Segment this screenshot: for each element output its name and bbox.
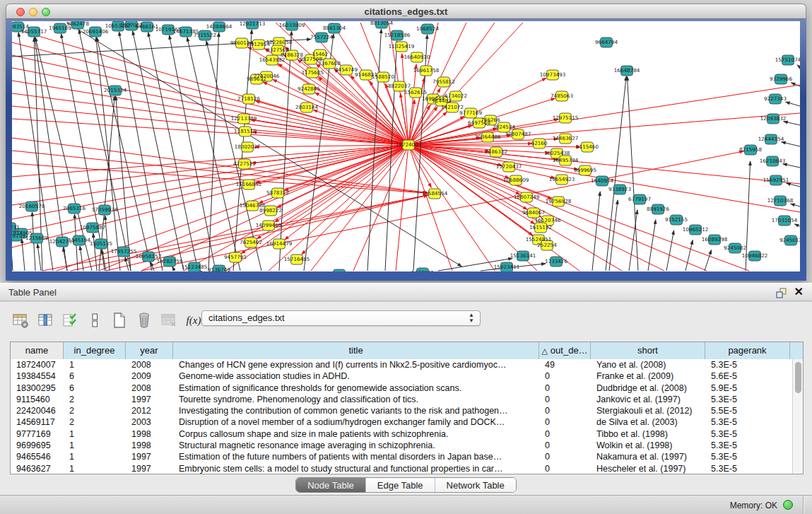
table-cell[interactable]: Tibbo et al. (1998) [591,428,705,440]
table-cell[interactable]: Stergiakouli et al. (2012) [591,405,705,416]
tab-network-table[interactable]: Network Table [435,478,516,492]
table-cell[interactable]: 5.3E-5 [705,394,790,405]
table-row[interactable]: 969969511998Structural magnetic resonanc… [11,440,792,451]
toggle-rows-button[interactable] [86,311,104,329]
table-row[interactable]: 1938455462009Genome-wide association stu… [11,370,792,382]
table-cell[interactable]: Corpus callosum shape and size in male p… [173,428,539,440]
vertical-scrollbar[interactable] [792,359,803,474]
table-row[interactable]: 2242004622012Investigating the contribut… [11,405,792,416]
table-cell[interactable]: 2 [64,405,126,416]
table-cell[interactable]: Structural magnetic resonance image aver… [173,440,539,451]
table-cell[interactable]: 9777169 [11,428,64,440]
table-cell[interactable]: 19384554 [11,370,64,382]
table-cell[interactable]: 5.3E-5 [705,440,790,451]
function-builder-button[interactable]: f(x) [184,311,203,329]
table-cell[interactable]: 9463627 [11,463,64,474]
table-cell[interactable]: Investigating the contribution of common… [173,405,539,416]
scrollbar-thumb[interactable] [795,362,801,393]
table-cell[interactable]: 2012 [126,405,173,416]
window-titlebar[interactable]: citations_edges.txt [6,4,806,19]
table-row[interactable]: 946362711997Embryonic stem cells: a mode… [11,463,792,474]
table-cell[interactable]: 0 [539,463,591,474]
table-cell[interactable]: 2003 [126,416,173,428]
table-cell[interactable]: 5.3E-5 [705,428,790,440]
table-cell[interactable]: 2008 [126,359,173,370]
select-columns-button[interactable] [61,311,79,329]
column-header-name[interactable]: name [11,342,64,359]
table-cell[interactable]: 0 [539,405,591,416]
table-row[interactable]: 977716911998Corpus callosum shape and si… [11,428,792,440]
table-cell[interactable]: 1997 [126,463,173,474]
table-body[interactable]: 1872400712008Changes of HCN gene express… [11,359,792,474]
table-row[interactable]: 1456911722003Disruption of a novel membe… [11,416,792,428]
table-row[interactable]: 946554611997Estimation of the future num… [11,451,792,462]
memory-ok-indicator-icon[interactable] [783,500,793,510]
new-table-button[interactable] [110,311,129,329]
table-cell[interactable]: 1997 [126,451,173,462]
column-header-short[interactable]: short [591,342,705,359]
table-cell[interactable]: 22420046 [11,405,64,416]
table-cell[interactable]: 2008 [126,382,173,394]
table-cell[interactable]: Genome-wide association studies in ADHD. [173,370,539,382]
close-panel-icon[interactable]: ✕ [794,285,804,298]
table-cell[interactable]: Disruption of a novel member of a sodium… [173,416,539,428]
tab-edge-table[interactable]: Edge Table [365,478,435,492]
table-cell[interactable]: 1997 [126,394,173,405]
table-cell[interactable]: 18724007 [11,359,64,370]
table-cell[interactable]: 1998 [126,428,173,440]
column-header-pagerank[interactable]: pagerank [705,342,790,359]
table-cell[interactable]: 9465546 [11,451,64,462]
table-cell[interactable]: Estimation of the future numbers of pati… [173,451,539,462]
table-cell[interactable]: Franke et al. (2009) [591,370,705,382]
table-cell[interactable]: 2009 [126,370,173,382]
table-cell[interactable]: 0 [539,428,591,440]
float-panel-icon[interactable] [775,287,787,298]
table-cell[interactable]: Jankovic et al. (1997) [591,394,705,405]
column-header-title[interactable]: title [173,342,539,359]
table-cell[interactable]: 5.9E-5 [705,382,790,394]
table-cell[interactable]: Changes of HCN gene expression and I(f) … [173,359,539,370]
table-cell[interactable]: 0 [539,394,591,405]
table-cell[interactable]: 2 [64,394,126,405]
table-selector-dropdown[interactable]: citations_edges.txt ▲▼ [201,310,481,326]
table-cell[interactable]: 0 [539,382,591,394]
network-canvas[interactable]: 1983514140557171965189986247820691406106… [12,21,800,271]
table-cell[interactable]: 5.5E-5 [705,405,790,416]
table-cell[interactable]: 5.3E-5 [705,463,790,474]
table-cell[interactable]: Wolkin et al. (1998) [591,440,705,451]
table-cell[interactable]: 18300295 [11,382,64,394]
table-header-row[interactable]: namein_degreeyeartitle△out_de…shortpager… [11,342,803,359]
citation-network-graph[interactable]: 1983514140557171965189986247820691406106… [12,21,800,271]
table-cell[interactable]: de Silva et al. (2003) [591,416,705,428]
table-cell[interactable]: 1 [64,463,126,474]
column-header-in_degree[interactable]: in_degree [64,342,126,359]
show-columns-button[interactable] [36,311,54,329]
table-row[interactable]: 1830029562008Estimation of significance … [11,382,792,394]
table-cell[interactable]: Estimation of significance thresholds fo… [173,382,539,394]
table-cell[interactable]: 1998 [126,440,173,451]
table-cell[interactable]: Dudbridge et al. (2008) [591,382,705,394]
delete-table-button[interactable] [160,311,178,329]
table-cell[interactable]: 1 [64,428,126,440]
column-header-out_de[interactable]: △out_de… [539,342,591,359]
table-cell[interactable]: 0 [539,416,591,428]
table-settings-button[interactable] [11,311,30,329]
table-cell[interactable]: 5.3E-5 [705,359,790,370]
table-cell[interactable]: 2 [64,416,126,428]
table-cell[interactable]: 49 [539,359,591,370]
table-cell[interactable]: 5.6E-5 [705,370,790,382]
table-cell[interactable]: Tourette syndrome. Phenomenology and cla… [173,394,539,405]
table-cell[interactable]: 14569117 [11,416,64,428]
table-cell[interactable]: 1 [64,440,126,451]
table-cell[interactable]: 9699695 [11,440,64,451]
table-cell[interactable]: Embryonic stem cells: a model to study s… [173,463,539,474]
table-cell[interactable]: 0 [539,440,591,451]
table-cell[interactable]: Yano et al. (2008) [591,359,705,370]
tab-node-table[interactable]: Node Table [296,478,365,492]
table-cell[interactable]: 6 [64,370,126,382]
table-cell[interactable]: 1 [64,451,126,462]
table-cell[interactable]: Nakamura et al. (1997) [591,451,705,462]
table-cell[interactable]: 5.3E-5 [705,416,790,428]
column-header-year[interactable]: year [126,342,173,359]
delete-attribute-button[interactable] [135,311,153,329]
